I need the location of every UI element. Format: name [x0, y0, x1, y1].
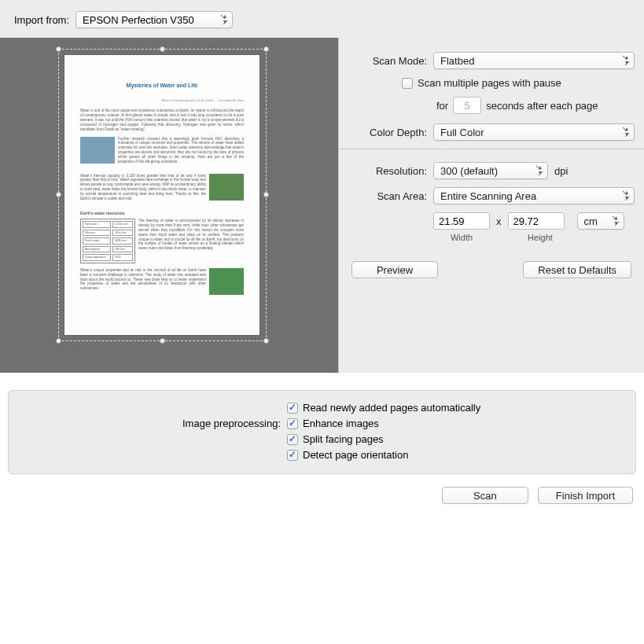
color-depth-label: Color Depth: [348, 127, 427, 138]
dpi-label: dpi [554, 165, 568, 177]
scan-mode-label: Scan Mode: [348, 55, 427, 67]
preview-button[interactable]: Preview [351, 261, 438, 278]
preview-doc-title: Mysteries of Water and Life [80, 82, 244, 89]
detect-orientation-label: Detect page orientation [303, 449, 408, 461]
preview-page: Mysteries of Water and Life Water is the… [64, 55, 259, 335]
for-label: for [436, 100, 448, 112]
resolution-value: 300 (default) [440, 165, 498, 177]
width-input[interactable] [433, 212, 490, 230]
scan-button[interactable]: Scan [442, 487, 528, 504]
read-auto-checkbox[interactable] [287, 403, 298, 414]
footer-buttons: Scan Finish Import [0, 474, 644, 504]
detect-orientation-checkbox[interactable] [287, 450, 298, 461]
scan-area-value: Entire Scanning Area [440, 190, 536, 202]
resize-handle-ne[interactable] [263, 46, 269, 52]
resize-handle-e[interactable] [263, 192, 269, 197]
scan-mode-value: Flatbed [440, 55, 474, 67]
resize-handle-nw[interactable] [56, 46, 61, 52]
color-depth-select[interactable]: Full Color [433, 123, 635, 141]
split-checkbox[interactable] [287, 434, 298, 445]
resize-handle-sw[interactable] [56, 338, 61, 344]
reset-defaults-button[interactable]: Reset to Defaults [523, 261, 631, 278]
multi-page-checkbox[interactable] [402, 78, 413, 89]
enhance-label: Enhance images [303, 418, 379, 429]
resolution-label: Resolution: [348, 165, 427, 177]
resize-handle-w[interactable] [56, 192, 61, 197]
scan-preview-pane[interactable]: Mysteries of Water and Life Water is the… [0, 38, 338, 373]
scan-area-select[interactable]: Entire Scanning Area [433, 187, 635, 204]
unit-value: cm [584, 215, 598, 227]
read-auto-label: Read newly added pages automatically [303, 402, 480, 414]
resize-handle-se[interactable] [263, 338, 269, 344]
options-panel: Image preprocessing: Read newly added pa… [8, 390, 636, 474]
color-depth-value: Full Color [440, 127, 484, 138]
enhance-checkbox[interactable] [287, 418, 298, 429]
pause-seconds-input[interactable] [453, 97, 481, 114]
resolution-select[interactable]: 300 (default) [433, 162, 548, 179]
resize-handle-n[interactable] [160, 46, 165, 52]
height-caption: Height [512, 233, 569, 242]
unit-select[interactable]: cm [577, 212, 624, 230]
scanner-select[interactable]: EPSON Perfection V350 [75, 11, 233, 28]
height-input[interactable] [508, 212, 565, 230]
resize-handle-s[interactable] [160, 338, 165, 344]
scan-mode-select[interactable]: Flatbed [433, 52, 635, 69]
import-from-label: Import from: [14, 14, 69, 26]
seconds-after-label: seconds after each page [486, 100, 598, 112]
preprocessing-label: Image preprocessing: [23, 402, 281, 429]
width-caption: Width [433, 233, 490, 242]
split-label: Split facing pages [303, 433, 384, 445]
times-label: x [496, 215, 502, 227]
scanner-select-value: EPSON Perfection V350 [83, 14, 194, 26]
import-topbar: Import from: EPSON Perfection V350 [0, 0, 644, 38]
scan-area-label: Scan Area: [348, 190, 427, 202]
scan-settings-pane: Scan Mode: Flatbed Scan multiple pages w… [338, 38, 644, 373]
finish-import-button[interactable]: Finish Import [538, 487, 633, 504]
multi-page-label: Scan multiple pages with pause [418, 77, 561, 89]
